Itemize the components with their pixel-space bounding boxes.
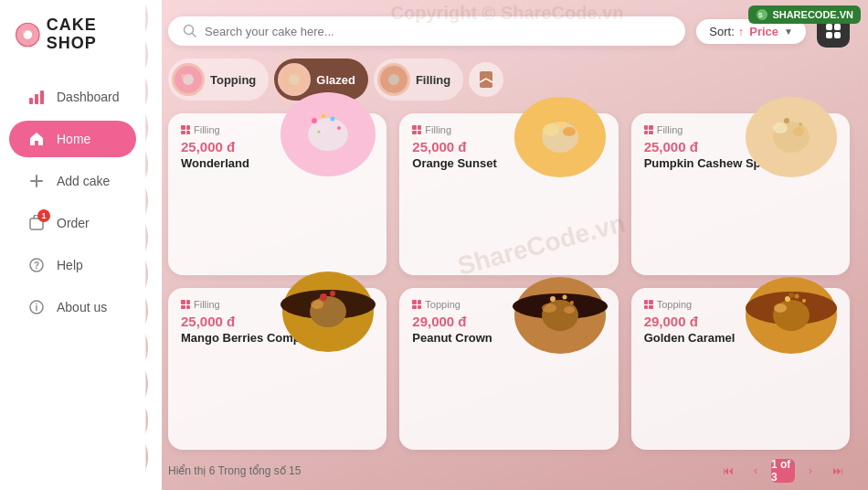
sidebar-about-label: About us bbox=[57, 300, 107, 314]
svg-point-48 bbox=[320, 293, 327, 301]
svg-point-23 bbox=[388, 74, 399, 85]
sidebar-item-about[interactable]: i About us bbox=[9, 289, 136, 325]
product-card-4[interactable]: Filling 25,000 đ Mango Berries Compote .… bbox=[168, 288, 386, 450]
svg-point-47 bbox=[311, 300, 323, 309]
svg-point-32 bbox=[318, 131, 321, 133]
sidebar-nav: Dashboard Home Add cake bbox=[0, 77, 145, 327]
svg-point-61 bbox=[774, 304, 787, 313]
sort-value: Price bbox=[749, 25, 778, 38]
svg-point-41 bbox=[793, 127, 804, 136]
svg-rect-5 bbox=[40, 91, 44, 104]
product-image-6 bbox=[736, 259, 846, 359]
svg-point-28 bbox=[312, 118, 317, 123]
order-icon: 1 bbox=[27, 214, 46, 232]
svg-point-63 bbox=[794, 294, 799, 299]
product-image-2 bbox=[505, 84, 615, 185]
tag-icon-2 bbox=[412, 125, 421, 134]
tag-icon-3 bbox=[644, 125, 653, 134]
search-input[interactable] bbox=[205, 25, 671, 38]
tag-icon-1 bbox=[181, 125, 190, 134]
sharecode-label: SHARECODE.VN bbox=[772, 9, 853, 20]
search-box[interactable] bbox=[168, 16, 685, 46]
plus-icon bbox=[27, 172, 46, 190]
sidebar-add-cake-label: Add cake bbox=[57, 174, 110, 188]
sidebar-item-add-cake[interactable]: Add cake bbox=[9, 163, 136, 199]
product-card-5[interactable]: Topping 29,000 đ Peanut Crown bbox=[399, 288, 618, 450]
grid-icon bbox=[826, 24, 841, 38]
pagination-next[interactable]: › bbox=[799, 459, 822, 483]
svg-point-35 bbox=[543, 123, 559, 136]
search-icon bbox=[183, 24, 197, 38]
svg-text:S: S bbox=[758, 12, 763, 18]
help-icon: ? bbox=[27, 256, 46, 274]
tag-icon-5 bbox=[412, 300, 421, 309]
topbar: Sort: ↑ Price ▼ bbox=[168, 15, 850, 48]
svg-rect-3 bbox=[29, 98, 33, 104]
svg-rect-24 bbox=[480, 71, 492, 88]
filter-filling-label: Filling bbox=[416, 73, 450, 87]
pagination-first[interactable]: ⏮ bbox=[716, 459, 740, 483]
product-image-4 bbox=[273, 259, 383, 359]
product-image-1 bbox=[273, 84, 383, 185]
product-card-3[interactable]: Filling 25,000 đ Pumpkin Cashew Spiced bbox=[631, 113, 850, 275]
bookmark-icon bbox=[476, 69, 496, 90]
svg-point-53 bbox=[542, 304, 556, 313]
pagination: ⏮ ‹ 1 of 3 › ⏭ bbox=[716, 459, 850, 483]
sidebar-item-dashboard[interactable]: Dashboard bbox=[9, 79, 136, 115]
logo-donut-icon bbox=[15, 18, 41, 51]
svg-point-19 bbox=[181, 74, 186, 78]
product-card-6[interactable]: Topping 29,000 đ Golden Caramel bbox=[631, 288, 850, 450]
order-badge: 1 bbox=[37, 209, 50, 222]
product-card-1[interactable]: Filling 25,000 đ Wonderland bbox=[168, 113, 386, 275]
pagination-last[interactable]: ⏭ bbox=[826, 459, 850, 483]
svg-point-40 bbox=[773, 122, 788, 133]
svg-point-57 bbox=[570, 301, 574, 304]
svg-point-2 bbox=[22, 30, 26, 33]
svg-point-64 bbox=[802, 299, 806, 303]
info-icon: i bbox=[27, 298, 46, 316]
sort-label: Sort: bbox=[709, 25, 734, 38]
svg-text:i: i bbox=[36, 303, 38, 313]
tag-icon-6 bbox=[644, 300, 653, 309]
sidebar-item-order[interactable]: 1 Order bbox=[9, 205, 136, 241]
sidebar-wave-decoration bbox=[143, 0, 162, 490]
svg-point-30 bbox=[331, 117, 335, 122]
product-card-2[interactable]: Filling 25,000 đ Orange Sunset bbox=[399, 113, 618, 275]
sidebar-dashboard-label: Dashboard bbox=[57, 90, 120, 104]
filter-extra-icon[interactable] bbox=[469, 62, 503, 97]
tag-icon-4 bbox=[181, 300, 190, 309]
svg-text:?: ? bbox=[34, 261, 39, 271]
svg-point-65 bbox=[789, 293, 794, 298]
filter-tab-filling[interactable]: Filling bbox=[374, 59, 463, 101]
product-image-5 bbox=[505, 259, 615, 359]
sidebar-home-label: Home bbox=[57, 132, 90, 146]
sidebar: CAKE SHOP Dashboard Home bbox=[0, 0, 146, 490]
display-count-text: Hiển thị 6 Trong tổng số 15 bbox=[168, 464, 301, 477]
sidebar-item-home[interactable]: Home bbox=[9, 121, 136, 157]
filter-topping-label: Topping bbox=[210, 73, 256, 87]
svg-point-49 bbox=[330, 291, 335, 296]
main-content: ShareCode.vn S SHARECODE.VN Sort: ↑ Pric… bbox=[146, 0, 868, 490]
svg-point-56 bbox=[562, 295, 566, 300]
filter-topping-thumb bbox=[172, 63, 205, 96]
svg-point-29 bbox=[322, 114, 325, 118]
app-title: CAKE SHOP bbox=[47, 16, 131, 53]
sort-dropdown-icon: ▼ bbox=[784, 27, 793, 37]
sort-direction: ↑ bbox=[738, 25, 745, 38]
pagination-prev[interactable]: ‹ bbox=[744, 459, 767, 483]
sharecode-badge: S SHARECODE.VN bbox=[748, 5, 861, 24]
sidebar-help-label: Help bbox=[57, 258, 83, 272]
filter-tab-topping[interactable]: Topping bbox=[168, 59, 269, 101]
svg-point-55 bbox=[550, 296, 556, 302]
topping-donut-icon bbox=[172, 63, 205, 96]
svg-point-43 bbox=[799, 122, 802, 126]
svg-point-36 bbox=[563, 127, 576, 136]
product-image-3 bbox=[736, 84, 846, 185]
svg-point-54 bbox=[564, 306, 575, 314]
svg-line-16 bbox=[193, 34, 196, 37]
sidebar-item-help[interactable]: ? Help bbox=[9, 247, 136, 283]
sharecode-logo-icon: S bbox=[756, 8, 768, 21]
bar-chart-icon bbox=[27, 88, 46, 106]
pagination-current[interactable]: 1 of 3 bbox=[771, 459, 795, 483]
svg-point-37 bbox=[557, 122, 566, 129]
